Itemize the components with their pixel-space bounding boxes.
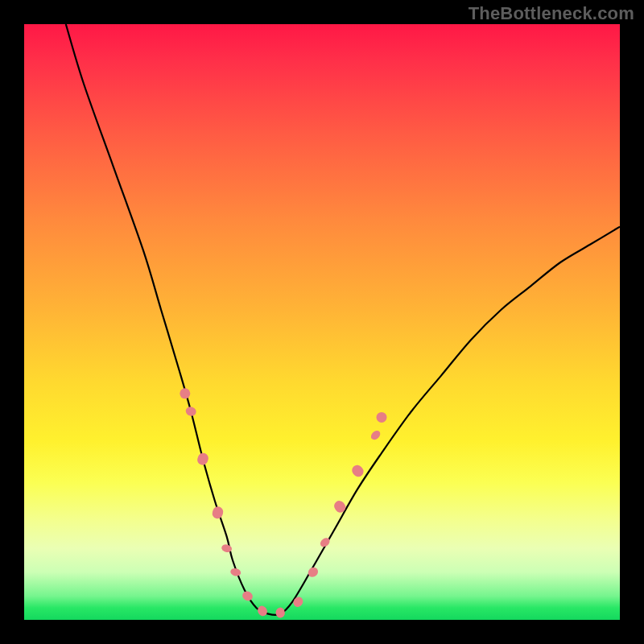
svg-rect-0 <box>184 405 197 417</box>
curve-marker-capsule <box>184 405 197 417</box>
svg-rect-13 <box>369 429 382 442</box>
svg-rect-5 <box>241 590 254 603</box>
plot-svg <box>24 24 620 620</box>
curve-marker-capsule <box>369 429 382 442</box>
curve-group <box>66 24 620 615</box>
watermark-text: TheBottleneck.com <box>469 3 634 24</box>
curve-marker-capsule <box>332 498 348 514</box>
curve-marker-capsule <box>241 590 254 603</box>
svg-rect-4 <box>229 568 242 577</box>
curve-marker-dot <box>180 388 190 398</box>
svg-rect-8 <box>291 595 305 609</box>
curve-marker-dot <box>377 412 387 423</box>
curve-marker-capsule <box>196 452 209 466</box>
curve-marker-capsule <box>211 506 225 520</box>
chart-container: TheBottleneck.com <box>0 0 644 644</box>
curve-marker-capsule <box>350 463 366 479</box>
curve-marker-capsule <box>275 607 285 618</box>
curve-marker-capsule <box>229 568 242 577</box>
bottleneck-curve <box>66 24 620 615</box>
svg-rect-11 <box>332 498 348 514</box>
svg-rect-2 <box>211 506 225 520</box>
marker-group <box>180 388 386 618</box>
svg-rect-12 <box>350 463 366 479</box>
svg-rect-6 <box>256 604 269 617</box>
svg-rect-1 <box>196 452 209 466</box>
curve-marker-capsule <box>256 604 269 617</box>
curve-marker-capsule <box>291 595 305 609</box>
plot-area <box>24 24 620 620</box>
svg-rect-7 <box>275 607 285 618</box>
